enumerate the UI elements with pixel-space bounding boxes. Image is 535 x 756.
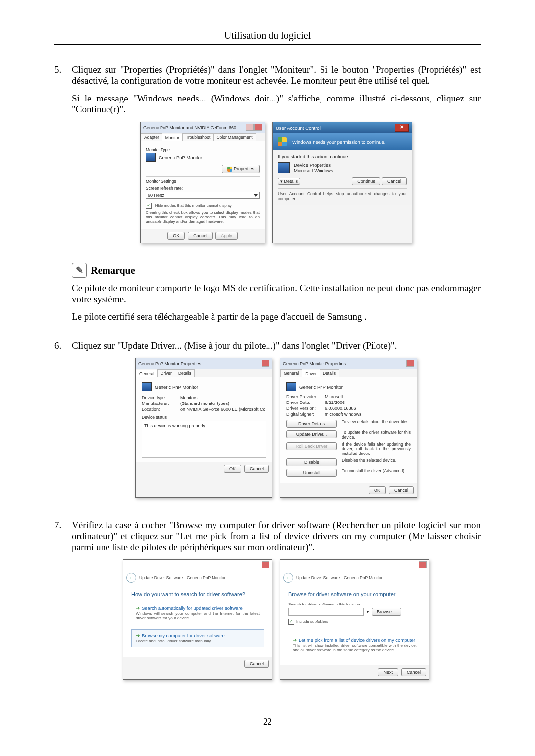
step-6: 6. Cliquez sur "Update Driver... (Mise à…: [54, 340, 481, 510]
option-search-auto[interactable]: ➔Search automatically for updated driver…: [131, 602, 264, 624]
hide-modes-checkbox[interactable]: [146, 203, 152, 209]
arrow-icon: ➔: [293, 637, 297, 643]
step-number: 5.: [54, 64, 72, 330]
monitor-name: Generic PnP Monitor: [159, 155, 202, 160]
remarque-text-2: Le pilote certifié sera téléchargeable à…: [72, 311, 481, 322]
back-icon[interactable]: ←: [283, 573, 293, 583]
cancel-button[interactable]: Cancel: [382, 177, 407, 185]
uac-footer: User Account Control helps stop unauthor…: [278, 188, 407, 201]
uac-headline: Windows needs your permission to continu…: [292, 139, 386, 145]
remarque-text-1: Ce pilote de moniteur comporte le logo M…: [72, 283, 481, 304]
include-subfolders-checkbox[interactable]: [288, 619, 294, 625]
tab-color-management[interactable]: Color Management: [213, 133, 256, 141]
monitor-settings-label: Monitor Settings: [146, 179, 260, 184]
rollback-driver-button: Roll Back Driver: [286, 442, 337, 450]
step-number: 7.: [54, 520, 72, 692]
close-icon[interactable]: [262, 360, 269, 367]
tab-general[interactable]: General: [280, 369, 302, 377]
device-name: Generic PnP Monitor: [155, 384, 198, 390]
uninstall-button[interactable]: Uninstall: [286, 469, 337, 477]
uac-program-name: Device Properties: [294, 162, 333, 168]
cancel-button[interactable]: Cancel: [389, 486, 414, 494]
cancel-button[interactable]: Cancel: [401, 668, 426, 676]
wizard-breadcrumb: Update Driver Software - Generic PnP Mon…: [296, 575, 383, 580]
step-5: 5. Cliquez sur "Properties (Propriétés)"…: [54, 64, 481, 330]
tab-general[interactable]: General: [136, 370, 158, 377]
driver-details-button[interactable]: Driver Details: [286, 420, 337, 428]
monitor-icon: [146, 153, 156, 162]
tab-troubleshoot[interactable]: Troubleshoot: [182, 133, 214, 141]
monitor-icon: [286, 382, 296, 391]
header-rule: [54, 44, 481, 45]
monitor-properties-dialog: Generic PnP Monitor and NVIDIA GeForce 6…: [140, 122, 265, 243]
wizard-breadcrumb: Update Driver Software - Generic PnP Mon…: [139, 575, 226, 580]
disable-button[interactable]: Disable: [286, 458, 337, 466]
close-icon[interactable]: [419, 561, 427, 568]
next-button[interactable]: Next: [378, 668, 398, 676]
note-icon: ✎: [72, 263, 87, 278]
dlg3-title: Generic PnP Monitor Properties: [138, 361, 201, 366]
page-header: Utilisation du logiciel: [54, 30, 481, 41]
close-icon[interactable]: ✕: [395, 124, 409, 132]
shield-icon: [227, 167, 232, 172]
dlg1-title: Generic PnP Monitor and NVIDIA GeForce 6…: [143, 125, 242, 130]
program-icon: [278, 162, 290, 173]
continue-button[interactable]: Continue: [352, 177, 380, 185]
close-icon[interactable]: [254, 124, 262, 131]
tab-adapter[interactable]: Adapter: [141, 133, 162, 141]
close-icon[interactable]: [406, 360, 414, 367]
chevron-down-icon: [254, 194, 258, 197]
hide-modes-label: Hide modes that this monitor cannot disp…: [155, 203, 232, 208]
monitor-type-label: Monitor Type: [146, 147, 260, 152]
details-expander[interactable]: ▾ Details: [278, 178, 300, 185]
hide-modes-desc: Clearing this check box allows you to se…: [146, 210, 260, 224]
monitor-properties-button[interactable]: Properties: [222, 165, 260, 173]
window-buttons: [245, 124, 262, 132]
uac-dialog: User Account Control ✕ Windows needs you…: [272, 122, 412, 243]
monitor-props-driver-dialog: Generic PnP Monitor Properties General D…: [280, 358, 417, 498]
arrow-icon: ➔: [136, 605, 140, 611]
remarque-heading: Remarque: [91, 265, 135, 276]
tab-details[interactable]: Details: [175, 369, 195, 377]
tab-monitor[interactable]: Monitor: [162, 134, 183, 141]
arrow-icon: ➔: [136, 633, 140, 638]
shield-icon: [278, 137, 287, 146]
tabs: Adapter Monitor Troubleshoot Color Manag…: [141, 133, 265, 141]
wizard-question: How do you want to search for driver sof…: [131, 591, 264, 597]
ok-button[interactable]: OK: [224, 465, 241, 473]
update-driver-wizard-1: ← Update Driver Software - Generic PnP M…: [123, 559, 272, 680]
wizard-heading: Browse for driver software on your compu…: [288, 591, 421, 597]
refresh-rate-label: Screen refresh rate:: [146, 186, 260, 191]
refresh-rate-select[interactable]: 60 Hertz: [146, 192, 260, 199]
update-driver-wizard-2: ← Update Driver Software - Generic PnP M…: [280, 559, 429, 680]
device-status-box: This device is working properly.: [142, 421, 266, 458]
cancel-button[interactable]: Cancel: [244, 660, 269, 668]
ok-button[interactable]: OK: [369, 486, 386, 494]
ok-button[interactable]: OK: [167, 232, 185, 240]
step6-text: Cliquez sur "Update Driver... (Mise à jo…: [72, 340, 481, 351]
tab-driver[interactable]: Driver: [157, 369, 175, 377]
tab-driver[interactable]: Driver: [302, 370, 320, 377]
step-number: 6.: [54, 340, 72, 510]
close-icon[interactable]: [262, 561, 269, 568]
option-let-me-pick[interactable]: ➔Let me pick from a list of device drive…: [288, 634, 421, 656]
step5-text-2: Si le message "Windows needs... (Windows…: [72, 93, 481, 115]
uac-title-text: User Account Control: [276, 125, 321, 131]
step5-text-1: Cliquez sur "Properties (Propriétés)" da…: [72, 64, 481, 86]
back-icon[interactable]: ←: [126, 573, 136, 583]
cancel-button[interactable]: Cancel: [244, 465, 269, 473]
apply-button: Apply: [215, 232, 238, 240]
uac-publisher: Microsoft Windows: [294, 168, 333, 173]
device-name: Generic PnP Monitor: [299, 384, 343, 390]
step7-text: Vérifiez la case à cocher "Browse my com…: [72, 520, 481, 553]
cancel-button[interactable]: Cancel: [188, 232, 213, 240]
dlg4-title: Generic PnP Monitor Properties: [283, 361, 346, 366]
monitor-props-general-dialog: Generic PnP Monitor Properties General D…: [135, 358, 272, 498]
page-number: 22: [54, 717, 481, 727]
tab-details[interactable]: Details: [320, 369, 339, 377]
path-input[interactable]: [288, 608, 364, 616]
option-browse-computer[interactable]: ➔Browse my computer for driver software …: [131, 629, 264, 647]
browse-button[interactable]: Browse...: [372, 608, 401, 616]
monitor-icon: [142, 382, 152, 391]
update-driver-button[interactable]: Update Driver...: [286, 430, 337, 438]
